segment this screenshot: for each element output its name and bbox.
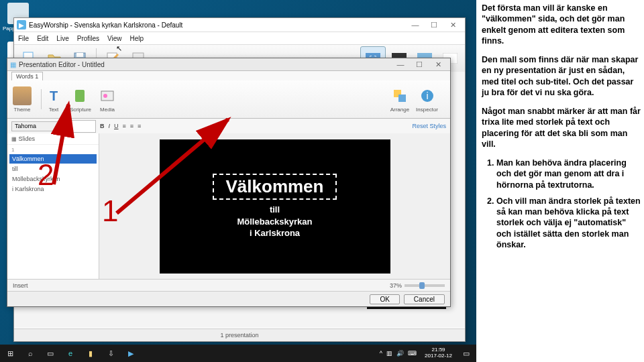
ribbon-scripture[interactable]: Scripture	[70, 86, 91, 113]
close-button[interactable]: ✕	[429, 60, 447, 69]
close-button[interactable]: ✕	[443, 21, 462, 29]
explorer-icon[interactable]: ▮	[80, 346, 101, 361]
svg-point-15	[103, 94, 107, 98]
svg-text:T: T	[50, 88, 58, 103]
paragraph: Något man snabbt märker är att man får t…	[482, 106, 641, 149]
minimize-button[interactable]: —	[406, 21, 425, 29]
instruction-text: Det första man vill är kanske en "välkom…	[482, 3, 641, 358]
font-family-select[interactable]: Tahoma	[11, 121, 65, 131]
editor-icon: ▦	[10, 61, 16, 68]
subtitle-textbox[interactable]: till Möllebackskyrkan i Karlskrona	[237, 204, 312, 239]
app-logo-icon: ▶	[17, 20, 26, 29]
slide-text-line[interactable]: Välkommen	[9, 154, 97, 164]
svg-rect-4	[76, 53, 83, 57]
slide-text-line[interactable]: Möllebackskyrkan	[9, 174, 97, 184]
ribbon-inspector[interactable]: iInspector	[416, 86, 438, 113]
lang-icon[interactable]: ⌨	[408, 350, 417, 357]
ribbon-arrange[interactable]: Arrange	[390, 86, 409, 113]
font-size-input[interactable]	[69, 120, 96, 133]
menu-view[interactable]: View	[107, 35, 122, 42]
window-title: EasyWorship - Svenska kyrkan Karlskrona …	[29, 21, 182, 29]
ribbon: Theme TText Scripture Media Arrange iIns…	[7, 80, 450, 119]
presentation-editor-window: ▦ Presentation Editor - Untitled — ☐ ✕ W…	[7, 58, 451, 307]
slide-preview[interactable]: Välkommen till Möllebackskyrkan i Karlsk…	[160, 139, 390, 274]
app-taskbar-icon[interactable]: ▶	[121, 346, 141, 361]
slide-sub-line: Möllebackskyrkan	[237, 216, 312, 228]
status-text: 1 presentation	[220, 332, 258, 339]
menu-file[interactable]: File	[18, 35, 29, 42]
paragraph: Det första man vill är kanske en "välkom…	[482, 3, 641, 46]
panel-header: Slides	[19, 135, 36, 142]
ribbon-label: Arrange	[390, 107, 409, 113]
reset-styles-link[interactable]: Reset Styles	[412, 123, 446, 129]
list-item: Och vill man ändra storlek på texten så …	[496, 196, 641, 250]
cursor-icon: ↖	[116, 44, 122, 53]
ribbon-label: Scripture	[70, 107, 91, 113]
maximize-button[interactable]: ☐	[410, 60, 429, 69]
editor-title: Presentation Editor - Untitled	[19, 61, 105, 68]
ribbon-tab[interactable]: Words 1	[11, 72, 43, 80]
align-right-button[interactable]: ≡	[138, 123, 141, 129]
network-icon[interactable]: ▥	[386, 350, 392, 357]
slides-panel: ▦ Slides 1 Välkommen till Möllebackskyrk…	[7, 133, 99, 280]
editor-titlebar[interactable]: ▦ Presentation Editor - Untitled — ☐ ✕	[7, 58, 450, 71]
editor-buttons: OK Cancel	[7, 291, 450, 306]
ribbon-media[interactable]: Media	[98, 86, 117, 113]
start-button[interactable]: ⊞	[0, 346, 20, 361]
ribbon-theme[interactable]: Theme	[13, 86, 32, 113]
format-bar: Tahoma B I U ≡ ≡ ≡ Reset Styles	[7, 119, 450, 134]
menu-profiles[interactable]: Profiles	[77, 35, 99, 42]
paragraph: Den mall som finns där när man skapar en…	[482, 54, 641, 98]
ok-button[interactable]: OK	[370, 294, 399, 304]
app-statusbar: 1 presentation	[14, 328, 465, 341]
menubar: File Edit Live Profiles View Help ↖	[14, 32, 465, 45]
zoom-slider[interactable]	[405, 284, 445, 287]
editor-statusbar: Insert 37%	[7, 279, 450, 292]
slide-sub-line: i Karlskrona	[237, 227, 312, 239]
slide-canvas[interactable]: Välkommen till Möllebackskyrkan i Karlsk…	[99, 133, 450, 280]
slide-text-line[interactable]: i Karlskrona	[9, 184, 97, 194]
svg-rect-17	[398, 95, 406, 102]
windows-taskbar: ⊞ ⌕ ▭ e ▮ ⇩ ▶ ^▥🔊⌨ 21:592017-02-12 ▭	[0, 345, 476, 362]
chevron-up-icon[interactable]: ^	[380, 350, 382, 357]
ribbon-text[interactable]: TText	[44, 86, 63, 113]
ribbon-label: Text	[49, 107, 59, 113]
align-left-button[interactable]: ≡	[123, 123, 126, 129]
svg-rect-13	[75, 90, 85, 102]
insert-mode-label: Insert	[13, 282, 28, 289]
zoom-label: 37%	[390, 282, 402, 289]
clock-date: 2017-02-12	[425, 353, 452, 359]
task-view-icon[interactable]: ▭	[40, 346, 60, 361]
title-textbox[interactable]: Välkommen	[213, 174, 337, 200]
slide-title: Välkommen	[226, 176, 324, 197]
slide-sub-line: till	[237, 204, 312, 216]
menu-live[interactable]: Live	[56, 35, 68, 42]
italic-button[interactable]: I	[109, 123, 111, 129]
maximize-button[interactable]: ☐	[425, 21, 443, 29]
svg-text:i: i	[426, 90, 428, 101]
volume-icon[interactable]: 🔊	[396, 350, 404, 357]
ribbon-label: Theme	[14, 107, 31, 113]
ribbon-label: Media	[100, 107, 115, 113]
edge-icon[interactable]: e	[60, 346, 80, 361]
taskbar-clock[interactable]: 21:592017-02-12	[421, 347, 456, 359]
underline-button[interactable]: U	[114, 123, 119, 129]
search-icon[interactable]: ⌕	[20, 346, 40, 361]
align-center-button[interactable]: ≡	[130, 123, 133, 129]
ribbon-label: Inspector	[416, 107, 438, 113]
system-tray[interactable]: ^▥🔊⌨	[380, 350, 421, 357]
list-item: Man kan behöva ändra placering och det g…	[496, 158, 641, 190]
cancel-button[interactable]: Cancel	[404, 294, 445, 304]
store-icon[interactable]: ⇩	[101, 346, 121, 361]
titlebar[interactable]: ▶ EasyWorship - Svenska kyrkan Karlskron…	[14, 18, 465, 32]
menu-edit[interactable]: Edit	[37, 35, 48, 42]
menu-help[interactable]: Help	[130, 35, 144, 42]
notifications-icon[interactable]: ▭	[456, 346, 476, 361]
bold-button[interactable]: B	[100, 123, 105, 129]
minimize-button[interactable]: —	[391, 60, 410, 69]
slide-text-line[interactable]: till	[9, 164, 97, 174]
